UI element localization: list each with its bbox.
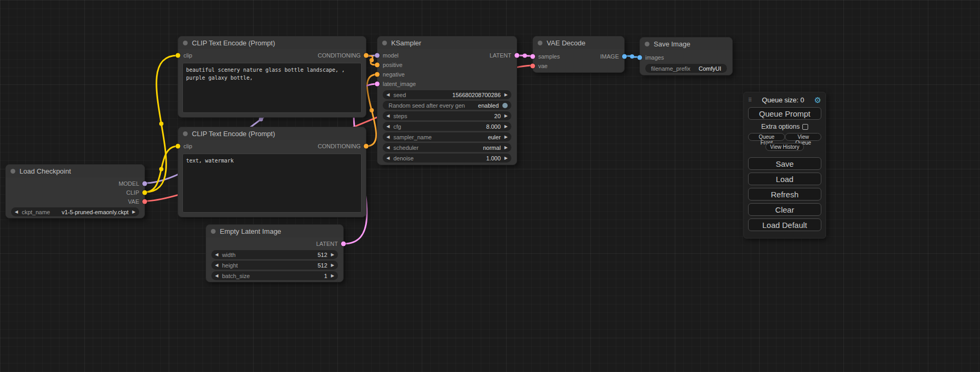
output-label: CONDITIONING — [318, 143, 361, 149]
decrement-arrow-icon[interactable]: ◀ — [215, 274, 218, 278]
decrement-arrow-icon[interactable]: ◀ — [386, 146, 390, 150]
widget-sampler-name[interactable]: ◀ sampler_name euler ▶ — [383, 132, 511, 141]
increment-arrow-icon[interactable]: ▶ — [504, 114, 508, 118]
node-title-bar[interactable]: CLIP Text Encode (Prompt) — [178, 36, 366, 49]
widget-scheduler[interactable]: ◀ scheduler normal ▶ — [383, 143, 511, 152]
widget-denoise[interactable]: ◀ denoise 1.000 ▶ — [383, 154, 511, 163]
image-output-slot[interactable] — [622, 54, 627, 59]
node-title: CLIP Text Encode (Prompt) — [192, 130, 275, 138]
collapse-dot-icon[interactable] — [11, 169, 15, 174]
node-title-bar[interactable]: Save Image — [640, 37, 732, 50]
model-output-slot[interactable] — [142, 181, 147, 186]
node-empty-latent-image[interactable]: Empty Latent Image LATENT ◀ width 512 ▶ … — [206, 224, 344, 282]
node-ksampler[interactable]: KSampler model LATENT positive negative … — [377, 36, 517, 165]
drag-handle-icon[interactable]: ⠿ — [748, 97, 752, 103]
increment-arrow-icon[interactable]: ▶ — [331, 274, 334, 278]
view-queue-button[interactable]: View Queue — [785, 133, 821, 141]
decrement-arrow-icon[interactable]: ◀ — [215, 263, 218, 268]
increment-arrow-icon[interactable]: ▶ — [132, 210, 135, 214]
increment-arrow-icon[interactable]: ▶ — [504, 146, 508, 150]
load-button[interactable]: Load — [748, 173, 821, 185]
slot-row: positive — [377, 60, 517, 70]
widget-steps[interactable]: ◀ steps 20 ▶ — [383, 111, 511, 120]
widget-ckpt-name[interactable]: ◀ ckpt_name v1-5-pruned-emaonly.ckpt ▶ — [11, 207, 139, 216]
widget-value: 20 — [494, 113, 501, 119]
decrement-arrow-icon[interactable]: ◀ — [386, 156, 390, 160]
output-label: LATENT — [490, 52, 511, 59]
decrement-arrow-icon[interactable]: ◀ — [215, 253, 218, 257]
widget-value: normal — [483, 145, 501, 151]
latent-image-input-slot[interactable] — [375, 82, 380, 87]
queue-menu-panel: ⠿ Queue size: 0 ⚙ Queue Prompt Extra opt… — [743, 92, 826, 239]
collapse-dot-icon[interactable] — [183, 41, 188, 45]
widget-value: 1.000 — [486, 155, 501, 161]
clip-input-slot[interactable] — [176, 53, 180, 58]
node-title: KSampler — [391, 39, 421, 47]
conditioning-output-slot[interactable] — [364, 53, 368, 58]
view-history-button[interactable]: View History — [765, 143, 804, 151]
queue-size-label: Queue size: 0 — [752, 96, 814, 104]
latent-output-slot[interactable] — [515, 53, 519, 58]
model-input-slot[interactable] — [375, 53, 380, 58]
prompt-textarea[interactable]: text, watermark — [182, 154, 362, 213]
images-input-slot[interactable] — [637, 55, 642, 60]
collapse-dot-icon[interactable] — [211, 229, 216, 234]
widget-height[interactable]: ◀ height 512 ▶ — [211, 261, 338, 270]
settings-gear-icon[interactable]: ⚙ — [814, 96, 821, 104]
collapse-dot-icon[interactable] — [538, 41, 542, 45]
decrement-arrow-icon[interactable]: ◀ — [386, 93, 390, 97]
toggle-dot-icon[interactable] — [502, 103, 508, 108]
extra-options-checkbox[interactable] — [802, 124, 808, 130]
node-save-image[interactable]: Save Image images filename_prefix ComfyU… — [639, 37, 733, 75]
node-title-bar[interactable]: KSampler — [377, 36, 517, 49]
clip-input-slot[interactable] — [176, 144, 180, 149]
node-clip-text-encode-positive[interactable]: CLIP Text Encode (Prompt) clip CONDITION… — [178, 36, 366, 118]
queue-prompt-button[interactable]: Queue Prompt — [748, 107, 821, 120]
widget-random-seed-toggle[interactable]: Random seed after every gen enabled — [383, 101, 511, 110]
collapse-dot-icon[interactable] — [183, 131, 188, 136]
load-default-button[interactable]: Load Default — [748, 218, 821, 231]
wire-midpoint-dot — [159, 122, 163, 126]
positive-input-slot[interactable] — [375, 63, 380, 68]
increment-arrow-icon[interactable]: ▶ — [504, 156, 508, 160]
collapse-dot-icon[interactable] — [382, 41, 387, 45]
decrement-arrow-icon[interactable]: ◀ — [386, 125, 390, 129]
samples-input-slot[interactable] — [530, 54, 535, 59]
negative-input-slot[interactable] — [375, 72, 380, 77]
clear-button[interactable]: Clear — [748, 203, 821, 216]
node-title-bar[interactable]: CLIP Text Encode (Prompt) — [178, 127, 366, 140]
widget-filename-prefix[interactable]: filename_prefix ComfyUI — [645, 64, 727, 73]
vae-input-slot[interactable] — [530, 64, 535, 69]
node-load-checkpoint[interactable]: Load Checkpoint MODEL CLIP VAE ◀ ckpt_na… — [5, 164, 145, 218]
node-vae-decode[interactable]: VAE Decode samples IMAGE vae — [532, 36, 625, 73]
node-title-bar[interactable]: Load Checkpoint — [6, 165, 144, 177]
output-label: MODEL — [119, 180, 139, 187]
collapse-dot-icon[interactable] — [645, 42, 649, 46]
widget-batch-size[interactable]: ◀ batch_size 1 ▶ — [211, 271, 338, 280]
node-title-bar[interactable]: VAE Decode — [533, 36, 624, 49]
decrement-arrow-icon[interactable]: ◀ — [386, 114, 390, 118]
increment-arrow-icon[interactable]: ▶ — [504, 93, 508, 97]
widget-seed[interactable]: ◀ seed 156680208700286 ▶ — [383, 90, 511, 99]
increment-arrow-icon[interactable]: ▶ — [331, 253, 334, 257]
save-button[interactable]: Save — [748, 157, 821, 170]
decrement-arrow-icon[interactable]: ◀ — [386, 135, 390, 139]
queue-front-button[interactable]: Queue Front — [748, 133, 785, 141]
node-title-bar[interactable]: Empty Latent Image — [206, 225, 343, 237]
prompt-textarea[interactable]: beautiful scenery nature glass bottle la… — [182, 63, 362, 113]
widget-label: height — [222, 262, 238, 269]
graph-canvas[interactable]: Load Checkpoint MODEL CLIP VAE ◀ ckpt_na… — [0, 0, 980, 372]
widget-width[interactable]: ◀ width 512 ▶ — [211, 250, 338, 259]
refresh-button[interactable]: Refresh — [748, 188, 821, 201]
widget-cfg[interactable]: ◀ cfg 8.000 ▶ — [383, 122, 511, 131]
increment-arrow-icon[interactable]: ▶ — [504, 135, 508, 139]
latent-output-slot[interactable] — [341, 242, 346, 246]
increment-arrow-icon[interactable]: ▶ — [331, 263, 334, 268]
conditioning-output-slot[interactable] — [364, 144, 368, 149]
vae-output-slot[interactable] — [142, 199, 147, 204]
slot-row: vae — [533, 61, 624, 71]
increment-arrow-icon[interactable]: ▶ — [504, 125, 508, 129]
decrement-arrow-icon[interactable]: ◀ — [15, 210, 18, 214]
node-clip-text-encode-negative[interactable]: CLIP Text Encode (Prompt) clip CONDITION… — [178, 127, 366, 217]
clip-output-slot[interactable] — [142, 190, 147, 195]
